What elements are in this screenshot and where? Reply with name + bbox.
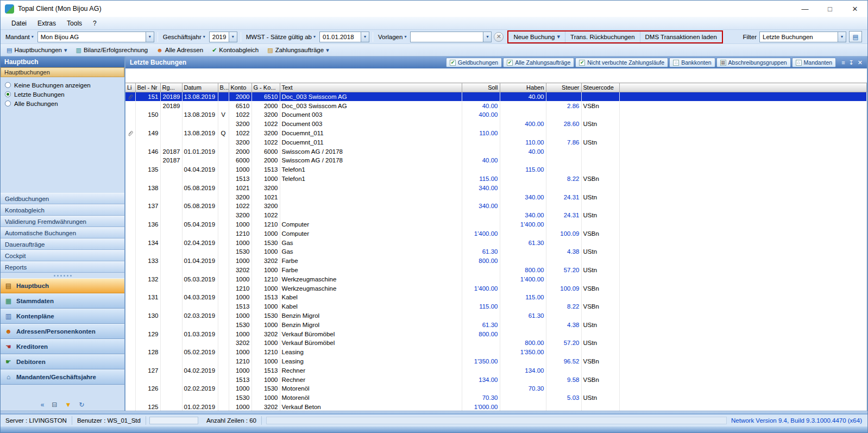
sidebar-item[interactable]: Kontoabgleich: [1, 204, 124, 216]
table-row[interactable]: 32001021340.0024.31UStn: [125, 192, 867, 202]
column-header[interactable]: B...: [218, 83, 229, 92]
panel-tab[interactable]: ✔Geldbuchungen: [446, 58, 502, 67]
table-row[interactable]: 12805.02.201910001210Leasing1'350.00: [125, 348, 867, 357]
print-icon[interactable]: ⊟: [52, 401, 57, 409]
nav-item[interactable]: ▦Stammdaten: [1, 293, 124, 309]
table-row[interactable]: 12704.02.201910001513Rechner134.00: [125, 366, 867, 375]
vorlagen-label[interactable]: Vorlagen ▾: [376, 34, 408, 40]
panel-tab[interactable]: ⌂Bankkonten: [669, 58, 715, 67]
sidebar-item[interactable]: Cockpit: [1, 250, 124, 261]
table-row[interactable]: 32021000Verkauf Büromöbel800.0057.20UStn: [125, 338, 867, 348]
table-row[interactable]: 13605.04.201910001210Computer1'400.00: [125, 220, 867, 229]
menu-icon[interactable]: ≡: [841, 59, 845, 66]
table-row[interactable]: 12901.03.201910003202Verkauf Büromöbel80…: [125, 329, 867, 338]
action-button[interactable]: DMS Transaktionen laden: [640, 32, 722, 42]
clear-circle-icon[interactable]: ✕: [494, 32, 504, 42]
radio-option[interactable]: Letzte Buchungen: [5, 90, 122, 99]
column-header[interactable]: Datum: [182, 83, 218, 92]
menu-item[interactable]: Extras: [32, 20, 61, 27]
table-row[interactable]: 32001022Docuemnt_011110.007.86UStn: [125, 137, 867, 147]
ribbon-button[interactable]: ▤Hauptbuchungen▾: [3, 45, 71, 55]
sidebar-item[interactable]: Validierung Fremdwährungen: [1, 216, 124, 227]
table-row[interactable]: 13205.03.201910001210Werkzeugmaschine1'4…: [125, 274, 867, 284]
panel-tab[interactable]: ✔Alle Zahlungsaufträge: [503, 58, 574, 67]
table-row[interactable]: 2018965102000Doc_003 Swisscom AG40.002.8…: [125, 101, 867, 110]
maximize-icon[interactable]: □: [817, 1, 842, 17]
ribbon-button[interactable]: ☻Alle Adressen: [153, 45, 207, 55]
ribbon-button[interactable]: ▨Zahlungsaufträge▾: [263, 45, 332, 55]
table-row[interactable]: 12501.02.201910003202Verkauf Beton1'000.…: [125, 403, 867, 411]
radio-option[interactable]: Alle Buchungen: [5, 99, 122, 108]
table-row[interactable]: 13402.04.201910001530Gas61.30: [125, 238, 867, 247]
table-row[interactable]: 12101000Werkzeugmaschine1'400.00100.09VS…: [125, 284, 867, 293]
table-row[interactable]: 15131000Kabel115.008.22VSBn: [125, 302, 867, 311]
table-row[interactable]: 32021000Farbe800.0057.20UStn: [125, 266, 867, 275]
table-row[interactable]: 13002.03.201910001530Benzin Migrol61.30: [125, 311, 867, 321]
pin-icon[interactable]: ↧: [849, 59, 854, 66]
table-row[interactable]: 13301.04.201910003202Farbe800.00: [125, 256, 867, 266]
table-row[interactable]: 32001022Document 003400.0028.60UStn: [125, 120, 867, 129]
action-button[interactable]: Neue Buchung▾: [508, 32, 565, 42]
panel-tab[interactable]: ⌂Mandanten: [792, 58, 836, 67]
nav-item[interactable]: ▤Hauptbuch: [1, 278, 124, 293]
nav-item[interactable]: ☚Kreditoren: [1, 339, 124, 354]
filter-icon[interactable]: ▼: [65, 401, 71, 409]
table-row[interactable]: 15301000Gas61.304.38UStn: [125, 247, 867, 256]
column-header[interactable]: Steuer: [546, 83, 581, 92]
splitter-handle[interactable]: [1, 273, 124, 278]
panel-tab[interactable]: ✔Nicht verbuchte Zahlungsläufe: [575, 58, 668, 67]
table-row[interactable]: 1512018913.08.201920006510Doc_003 Swissc…: [125, 92, 867, 102]
table-row[interactable]: 12101000Computer1'400.00100.09VSBn: [125, 229, 867, 238]
column-header[interactable]: Bel - Nr: [135, 83, 160, 92]
column-header[interactable]: Li: [125, 83, 135, 92]
column-header[interactable]: Soll: [462, 83, 500, 92]
sidebar-item[interactable]: Reports: [1, 261, 124, 273]
refresh-icon[interactable]: ↻: [79, 401, 84, 409]
table-row[interactable]: 12101000Leasing1'350.0096.52VSBn: [125, 357, 867, 366]
shrink-icon[interactable]: «: [41, 401, 45, 409]
table-row[interactable]: 13705.08.201910223200340.00: [125, 202, 867, 211]
nav-item[interactable]: ▥Kontenpläne: [1, 309, 124, 324]
nav-item[interactable]: ☻Adressen/Personenkonten: [1, 324, 124, 339]
panel-close-icon[interactable]: ✕: [858, 59, 863, 66]
sidebar-item[interactable]: Geldbuchungen: [1, 193, 124, 204]
menu-item[interactable]: Datei: [6, 20, 32, 27]
column-header[interactable]: Rg...: [160, 83, 182, 92]
close-icon[interactable]: ✕: [842, 1, 867, 17]
vorlagen-combobox[interactable]: ▾: [410, 32, 492, 42]
table-row[interactable]: 32001022340.0024.31UStn: [125, 211, 867, 220]
menu-item[interactable]: Tools: [61, 20, 87, 27]
filter-combobox[interactable]: Letzte Buchungen ▾: [759, 32, 846, 42]
chevron-down-icon[interactable]: ▾: [229, 32, 237, 42]
column-header[interactable]: G - Ko...: [251, 83, 280, 92]
table-row[interactable]: 12602.02.201910001530Motorenöl70.30: [125, 384, 867, 393]
mwst-label[interactable]: MWST - Sätze gültig ab ▾: [244, 34, 317, 40]
ribbon-button[interactable]: ▥Bilanz/Erfolgsrechnung: [72, 45, 152, 55]
table-row[interactable]: 13504.04.201910001513Telefon1115.00: [125, 165, 867, 174]
ribbon-button[interactable]: ✔Kontoabgleich: [208, 45, 262, 55]
mwst-combobox[interactable]: 01.01.2018 ▾: [319, 32, 369, 42]
menu-item[interactable]: ?: [87, 20, 102, 27]
chevron-down-icon[interactable]: ▾: [146, 32, 154, 42]
column-header[interactable]: Text: [280, 83, 462, 92]
table-row[interactable]: 15013.08.2019V10223200Document 003400.00: [125, 110, 867, 120]
sidebar-item[interactable]: Automatische Buchungen: [1, 227, 124, 239]
sidebar-item[interactable]: Daueraufträge: [1, 239, 124, 250]
document-icon[interactable]: ▤: [849, 31, 862, 42]
table-row[interactable]: 13104.03.201910001513Kabel115.00: [125, 293, 867, 302]
column-header[interactable]: Haben: [500, 83, 546, 92]
chevron-down-icon[interactable]: ▾: [361, 32, 369, 42]
table-row[interactable]: 2018760002000Swisscom AG / 2017840.00: [125, 156, 867, 165]
action-button[interactable]: Trans. Rückbuchungen: [565, 32, 640, 42]
column-header[interactable]: Konto: [229, 83, 251, 92]
chevron-down-icon[interactable]: ▾: [483, 32, 491, 42]
table-row[interactable]: 15131000Telefon1115.008.22VSBn: [125, 174, 867, 184]
geschaeftsjahr-label[interactable]: Geschäftsjahr ▾: [161, 34, 207, 40]
column-header[interactable]: Steuercode: [581, 83, 619, 92]
geschaeftsjahr-combobox[interactable]: 2019 ▾: [209, 32, 237, 42]
table-row[interactable]: 15301000Benzin Migrol61.304.38UStn: [125, 320, 867, 329]
nav-item[interactable]: ☛Debitoren: [1, 354, 124, 369]
sidebar-section-header[interactable]: Hauptbuchungen: [1, 67, 124, 77]
table-row[interactable]: 15131000Rechner134.009.58VSBn: [125, 375, 867, 384]
chevron-down-icon[interactable]: ▾: [838, 32, 846, 42]
